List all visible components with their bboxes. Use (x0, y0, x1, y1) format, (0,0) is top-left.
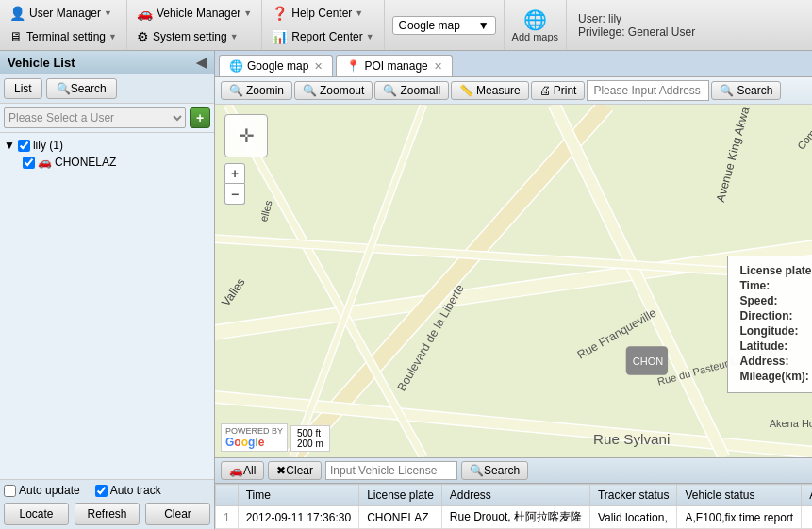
print-button[interactable]: 🖨 Print (531, 81, 586, 100)
popup-license-label: License plate: (739, 264, 812, 277)
user-manager-menu[interactable]: 👤 User Manager ▼ (4, 4, 123, 23)
zoomin-label: Zoomin (246, 84, 284, 97)
user-manager-section: 👤 User Manager ▼ 🖥 Terminal setting ▼ (0, 0, 127, 50)
map-nav-control[interactable]: ✛ (224, 114, 268, 157)
popup-license-row: License plate: CHONELAZ (739, 264, 812, 277)
tree-child-node[interactable]: 🚗 CHONELAZ (23, 154, 210, 171)
map-toolbar: 🔍 Zoomin 🔍 Zoomout 🔍 Zoomall 📏 Measure 🖨… (215, 77, 812, 105)
user-add-button[interactable]: + (190, 107, 210, 128)
popup-speed-label: Speed: (739, 294, 812, 307)
address-input[interactable] (587, 80, 709, 101)
tab-google-map-icon: 🌐 (229, 59, 243, 73)
license-input[interactable] (325, 461, 457, 480)
auto-track-label[interactable]: Auto track (95, 484, 161, 497)
tree-child-checkbox[interactable] (23, 157, 35, 169)
main-content: Vehicle List ◀ List 🔍 Search Please Sele… (0, 51, 812, 529)
nav-icon: ✛ (239, 124, 255, 147)
zoomout-button[interactable]: 🔍 Zoomout (294, 81, 373, 100)
tree-root-label: lily (1) (33, 139, 63, 152)
row-num: 1 (216, 506, 239, 529)
col-header-license: License plate (359, 485, 442, 506)
popup-longitude-row: Longitude: 9.7034 (739, 324, 812, 338)
status-bar: 🚗 All ✖ Clear 🔍 Search 🚗 Vehicles: 1 - 🔔… (215, 457, 812, 484)
user-select-dropdown[interactable]: Please Select a User (4, 107, 186, 128)
search-status-button[interactable]: 🔍 Search (461, 461, 528, 480)
user-info-section: User: lily Privilege: General User (567, 0, 706, 50)
user-manager-label: User Manager (29, 7, 101, 20)
clear-status-button[interactable]: ✖ Clear (268, 461, 322, 480)
search-status-icon: 🔍 (470, 464, 484, 477)
map-container[interactable]: Rue Sylvani Boulevard de la Liberté Boul… (215, 105, 812, 457)
popup-speed-row: Speed: 0km/h (739, 294, 812, 307)
help-arrow: ▼ (355, 8, 363, 18)
zoom-out-button[interactable]: − (224, 184, 245, 205)
system-setting-arrow: ▼ (230, 32, 239, 41)
tree-root-node[interactable]: ▼ lily (1) (4, 137, 210, 154)
auto-update-label[interactable]: Auto update (4, 484, 80, 497)
tab-google-map-label: Google map (247, 59, 308, 73)
terminal-setting-menu[interactable]: 🖥 Terminal setting ▼ (4, 27, 123, 46)
vehicle-manager-menu[interactable]: 🚗 Vehicle Manager ▼ (131, 4, 257, 23)
google-map-select[interactable]: Google map ▼ (392, 16, 496, 35)
help-center-menu[interactable]: ❓ Help Center ▼ (266, 4, 379, 23)
auto-update-text: Auto update (19, 484, 80, 497)
popup-address-label: Address: (739, 355, 812, 368)
help-icon: ❓ (272, 6, 288, 21)
col-header-num (216, 485, 239, 506)
tab-poi-close[interactable]: ✕ (434, 60, 442, 73)
popup-longitude-label: Longitude: (739, 324, 812, 338)
add-maps-icon: 🌐 (523, 8, 547, 31)
help-center-section: ❓ Help Center ▼ 📊 Report Center ▼ (262, 0, 384, 50)
popup-latitude-row: Latitude: 4.0527 (739, 339, 812, 353)
auto-update-checkbox[interactable] (4, 485, 16, 497)
add-maps-label[interactable]: Add maps (512, 31, 559, 42)
tab-google-map[interactable]: 🌐 Google map ✕ (219, 55, 333, 76)
measure-button[interactable]: 📏 Measure (451, 81, 529, 100)
system-setting-menu[interactable]: ⚙ System setting ▼ (131, 27, 257, 46)
search-button-left[interactable]: 🔍 Search (46, 78, 117, 99)
tab-google-map-close[interactable]: ✕ (314, 60, 323, 73)
clear-status-icon: ✖ (276, 464, 286, 477)
table-row[interactable]: 1 2012-09-11 17:36:30 CHONELAZ Rue Drouo… (216, 506, 813, 529)
table-header-row: Time License plate Address Tracker statu… (216, 485, 813, 506)
tree-expand-icon: ▼ (4, 139, 15, 152)
row-license: CHONELAZ (359, 506, 442, 529)
measure-icon: 📏 (459, 84, 473, 97)
google-text-g: G (225, 436, 234, 449)
vehicle-tree: ▼ lily (1) 🚗 CHONELAZ (0, 133, 214, 479)
zoomin-icon: 🔍 (229, 84, 243, 97)
search-label-left: Search (71, 82, 107, 95)
action-buttons: Locate Refresh Clear (4, 503, 210, 525)
all-icon: 🚗 (229, 464, 243, 477)
bottom-controls: Auto update Auto track Locate Refresh Cl… (0, 479, 214, 529)
zoom-in-button[interactable]: + (224, 163, 245, 184)
collapse-button[interactable]: ◀ (196, 55, 207, 70)
popup-latitude-label: Latitude: (739, 339, 812, 353)
search-map-button[interactable]: 🔍 Search (711, 81, 781, 100)
popup-mileage-label: Mileage(km): (739, 370, 812, 383)
vehicle-icon: 🚗 (38, 156, 52, 169)
auto-track-checkbox[interactable] (95, 485, 108, 497)
vehicle-manager-icon: 🚗 (137, 6, 153, 21)
list-button[interactable]: List (4, 78, 42, 99)
vehicle-list-title: Vehicle List (8, 56, 75, 70)
vehicle-manager-section: 🚗 Vehicle Manager ▼ ⚙ System setting ▼ (127, 0, 262, 50)
add-maps-section: 🌐 Add maps (505, 0, 568, 50)
zoomall-button[interactable]: 🔍 Zoomall (374, 81, 449, 100)
svg-text:CHON: CHON (633, 355, 664, 367)
google-map-dropdown-label: Google map (399, 19, 460, 32)
tree-root-checkbox[interactable] (18, 140, 30, 152)
report-center-menu[interactable]: 📊 Report Center ▼ (266, 27, 379, 46)
google-map-dropdown-section: Google map ▼ (385, 0, 505, 50)
scale-200m: 200 m (297, 438, 323, 449)
all-button[interactable]: 🚗 All (221, 461, 264, 480)
user-name-display: User: lily (578, 12, 695, 25)
zoomin-button[interactable]: 🔍 Zoomin (221, 81, 292, 100)
locate-button[interactable]: Locate (4, 503, 69, 525)
clear-button[interactable]: Clear (145, 503, 210, 525)
popup-mileage-row: Mileage(km): 0 (739, 370, 812, 383)
refresh-button[interactable]: Refresh (75, 503, 140, 525)
tab-poi-label: POI manage (364, 59, 427, 73)
zoomout-label: Zoomout (320, 84, 364, 97)
tab-poi-manage[interactable]: 📍 POI manage ✕ (336, 55, 452, 76)
